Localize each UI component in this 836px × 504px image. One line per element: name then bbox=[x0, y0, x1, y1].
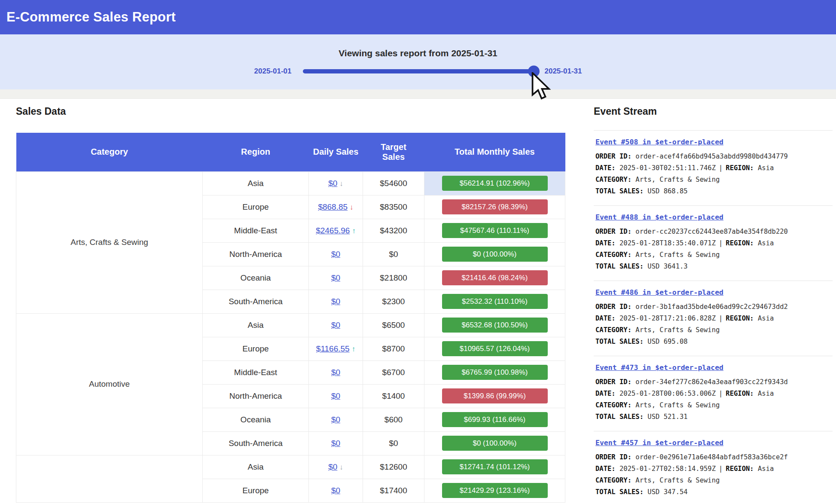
event-category: CATEGORY: Arts, Crafts & Sewing bbox=[595, 400, 833, 411]
target-sales-cell: $0 bbox=[363, 242, 424, 266]
total-sales-cell: $699.93 (116.66%) bbox=[424, 408, 565, 431]
event-link[interactable]: Event #486 in $et-order-placed bbox=[595, 288, 723, 296]
total-sales-cell: $1399.86 (99.99%) bbox=[424, 384, 565, 408]
date-slider-row: 2025-01-01 2025-01-31 bbox=[254, 67, 582, 76]
event-category: CATEGORY: Arts, Crafts & Sewing bbox=[595, 249, 833, 261]
date-filter-caption: Viewing sales report from 2025-01-31 bbox=[339, 48, 497, 58]
region-cell: Asia bbox=[203, 171, 309, 195]
app-header: E-Commerce Sales Report bbox=[0, 0, 836, 34]
daily-sales-cell: $0 bbox=[309, 242, 363, 266]
slider-thumb[interactable] bbox=[528, 66, 540, 77]
total-sales-cell: $10965.57 (126.04%) bbox=[424, 337, 565, 360]
total-sales-cell: $82157.26 (98.39%) bbox=[424, 195, 565, 219]
daily-sales-link[interactable]: $0 bbox=[331, 391, 340, 400]
daily-sales-cell: $0 bbox=[309, 360, 363, 384]
event-link[interactable]: Event #473 in $et-order-placed bbox=[595, 363, 723, 372]
total-sales-cell: $6765.99 (100.98%) bbox=[424, 360, 565, 384]
event-order-id: ORDER ID: order-0e2961e71a6e484abfadf583… bbox=[595, 452, 833, 463]
region-cell: Europe bbox=[203, 195, 309, 219]
event-link[interactable]: Event #488 in $et-order-placed bbox=[595, 213, 723, 221]
region-cell: Europe bbox=[203, 337, 309, 360]
daily-sales-link[interactable]: $0 bbox=[328, 462, 337, 471]
table-row: Arts, Crafts & SewingAsia$0↓$54600$56214… bbox=[16, 171, 565, 195]
event-category: CATEGORY: Arts, Crafts & Sewing bbox=[595, 475, 833, 486]
total-sales-cell: $6532.68 (100.50%) bbox=[424, 313, 565, 337]
target-sales-cell: $43200 bbox=[363, 219, 424, 242]
event-link[interactable]: Event #508 in $et-order-placed bbox=[595, 138, 723, 146]
region-cell: Middle-East bbox=[203, 219, 309, 242]
daily-sales-link[interactable]: $0 bbox=[328, 179, 337, 188]
event-date-region: DATE: 2025-01-30T02:51:11.746Z|REGION: A… bbox=[595, 162, 833, 174]
event-date-region: DATE: 2025-01-28T00:06:53.006Z|REGION: A… bbox=[595, 388, 833, 400]
event-item: Event #473 in $et-order-placedORDER ID: … bbox=[594, 356, 833, 431]
daily-sales-link[interactable]: $0 bbox=[331, 486, 340, 495]
category-cell bbox=[16, 455, 203, 502]
daily-sales-link[interactable]: $0 bbox=[331, 368, 340, 377]
event-total-sales: TOTAL SALES: USD 3641.3 bbox=[595, 261, 833, 272]
target-sales-cell: $600 bbox=[363, 408, 424, 431]
daily-sales-link[interactable]: $0 bbox=[331, 415, 340, 424]
sales-table-body: Arts, Crafts & SewingAsia$0↓$54600$56214… bbox=[16, 171, 565, 502]
total-sales-badge: $47567.46 (110.11%) bbox=[442, 223, 548, 238]
sales-table: CategoryRegionDaily SalesTarget SalesTot… bbox=[16, 133, 565, 503]
total-sales-badge: $6532.68 (100.50%) bbox=[442, 318, 548, 333]
event-item: Event #508 in $et-order-placedORDER ID: … bbox=[594, 131, 833, 206]
region-cell: South-America bbox=[203, 290, 309, 313]
total-sales-cell: $21429.29 (123.16%) bbox=[424, 479, 565, 502]
daily-sales-cell: $0↓ bbox=[309, 171, 363, 195]
daily-sales-cell: $0 bbox=[309, 290, 363, 313]
date-range-slider[interactable] bbox=[303, 69, 534, 73]
event-total-sales: TOTAL SALES: USD 347.54 bbox=[595, 486, 833, 498]
daily-sales-link[interactable]: $0 bbox=[331, 273, 340, 282]
total-sales-badge: $2532.32 (110.10%) bbox=[442, 294, 548, 309]
total-sales-badge: $1399.86 (99.99%) bbox=[442, 388, 548, 403]
daily-sales-link[interactable]: $1166.55 bbox=[316, 344, 350, 353]
daily-sales-link[interactable]: $0 bbox=[331, 297, 340, 306]
total-sales-cell: $12741.74 (101.12%) bbox=[424, 455, 565, 479]
column-header: Region bbox=[203, 133, 309, 171]
date-end-label: 2025-01-31 bbox=[545, 67, 582, 76]
total-sales-badge: $82157.26 (98.39%) bbox=[442, 199, 548, 214]
event-category: CATEGORY: Arts, Crafts & Sewing bbox=[595, 324, 833, 336]
target-sales-cell: $12600 bbox=[363, 455, 424, 479]
total-sales-badge: $56214.91 (102.96%) bbox=[442, 176, 548, 191]
daily-sales-cell: $868.85↓ bbox=[309, 195, 363, 219]
daily-sales-link[interactable]: $0 bbox=[331, 439, 340, 448]
category-cell: Automotive bbox=[16, 313, 203, 455]
event-total-sales: TOTAL SALES: USD 521.31 bbox=[595, 411, 833, 423]
category-cell: Arts, Crafts & Sewing bbox=[16, 171, 203, 313]
total-sales-badge: $21416.46 (98.24%) bbox=[442, 270, 548, 285]
total-sales-badge: $0 (100.00%) bbox=[442, 436, 548, 451]
daily-sales-link[interactable]: $0 bbox=[331, 250, 340, 259]
target-sales-cell: $6500 bbox=[363, 313, 424, 337]
event-date-region: DATE: 2025-01-28T17:21:06.828Z|REGION: A… bbox=[595, 313, 833, 324]
daily-sales-cell: $0 bbox=[309, 266, 363, 290]
region-cell: Asia bbox=[203, 313, 309, 337]
daily-sales-cell: $0 bbox=[309, 313, 363, 337]
event-total-sales: TOTAL SALES: USD 695.08 bbox=[595, 336, 833, 348]
region-cell: North-America bbox=[203, 242, 309, 266]
event-stream-heading: Event Stream bbox=[594, 106, 833, 117]
target-sales-cell: $6700 bbox=[363, 360, 424, 384]
event-category: CATEGORY: Arts, Crafts & Sewing bbox=[595, 174, 833, 186]
daily-sales-link[interactable]: $868.85 bbox=[318, 202, 348, 211]
section-divider bbox=[0, 89, 836, 99]
total-sales-cell: $2532.32 (110.10%) bbox=[424, 290, 565, 313]
event-list: Event #508 in $et-order-placedORDER ID: … bbox=[594, 130, 833, 504]
event-item: Event #457 in $et-order-placedORDER ID: … bbox=[594, 431, 833, 504]
daily-sales-link[interactable]: $0 bbox=[331, 321, 340, 330]
daily-sales-cell: $2465.96↑ bbox=[309, 219, 363, 242]
total-sales-cell: $0 (100.00%) bbox=[424, 431, 565, 455]
trend-up-icon: ↑ bbox=[352, 345, 356, 353]
event-order-id: ORDER ID: order-34ef277c862e4a3eaaf903cc… bbox=[595, 376, 833, 388]
daily-sales-link[interactable]: $2465.96 bbox=[316, 226, 350, 235]
total-sales-badge: $21429.29 (123.16%) bbox=[442, 483, 548, 498]
trend-up-icon: ↑ bbox=[352, 227, 356, 235]
target-sales-cell: $0 bbox=[363, 431, 424, 455]
target-sales-cell: $8700 bbox=[363, 337, 424, 360]
daily-sales-cell: $0 bbox=[309, 384, 363, 408]
event-total-sales: TOTAL SALES: USD 868.85 bbox=[595, 186, 833, 197]
region-cell: Oceania bbox=[203, 408, 309, 431]
event-stream-panel: Event Stream Event #508 in $et-order-pla… bbox=[594, 106, 833, 504]
event-link[interactable]: Event #457 in $et-order-placed bbox=[595, 439, 723, 447]
